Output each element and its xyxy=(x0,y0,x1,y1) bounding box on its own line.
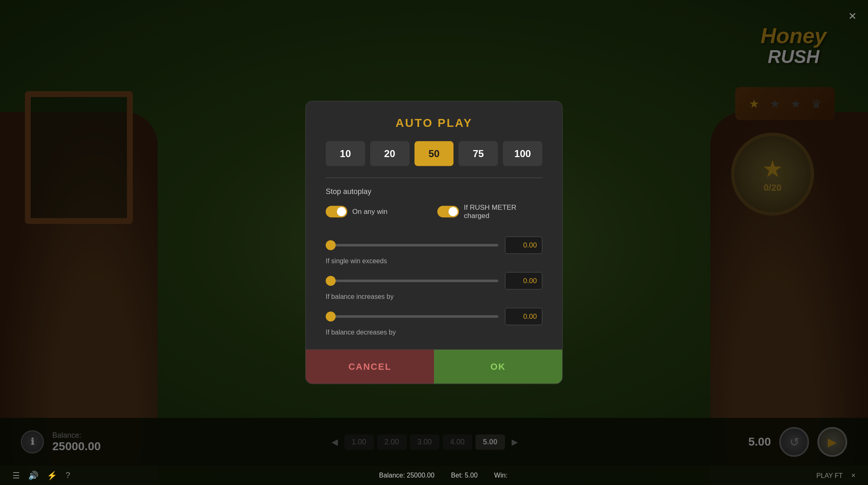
modal-footer: CANCEL OK xyxy=(306,349,562,384)
close-button[interactable]: × xyxy=(848,8,856,24)
toggle-any-win-label: On any win xyxy=(352,208,388,216)
toggle-row: On any win If RUSH METER charged xyxy=(326,204,542,220)
play-ft-label: PLAY FT xyxy=(817,472,843,479)
slider-2-track xyxy=(326,280,498,282)
autoplay-modal: AUTO PLAY 10 20 50 75 100 Stop autoplay … xyxy=(305,101,563,384)
status-center: Balance: 25000.00 Bet: 5.00 Win: xyxy=(379,472,508,479)
spin-btn-10[interactable]: 10 xyxy=(326,141,365,166)
slider-3-label: If balance decreases by xyxy=(326,329,542,336)
spin-count-buttons: 10 20 50 75 100 xyxy=(326,141,542,166)
modal-body: AUTO PLAY 10 20 50 75 100 Stop autoplay … xyxy=(306,102,562,336)
spin-btn-100[interactable]: 100 xyxy=(503,141,542,166)
slider-1-track-wrap xyxy=(326,244,498,247)
sound-icon[interactable]: 🔊 xyxy=(28,470,39,480)
status-bet: Bet: 5.00 xyxy=(451,472,478,479)
slider-2-value: 0.00 xyxy=(505,272,542,290)
slider-1-track xyxy=(326,244,498,247)
slider-1-label: If single win exceeds xyxy=(326,257,542,265)
help-icon[interactable]: ? xyxy=(66,470,70,480)
bolt-icon[interactable]: ⚡ xyxy=(47,470,57,480)
toggle-rush-meter[interactable] xyxy=(437,206,459,218)
divider-1 xyxy=(326,178,542,178)
modal-title: AUTO PLAY xyxy=(326,116,542,130)
status-win: Win: xyxy=(494,472,507,479)
toggle-group-rush-meter: If RUSH METER charged xyxy=(437,204,542,220)
status-close-icon[interactable]: × xyxy=(851,471,856,480)
slider-1-thumb[interactable] xyxy=(326,240,336,250)
ok-button[interactable]: OK xyxy=(434,350,562,384)
status-left-icons: ☰ 🔊 ⚡ ? xyxy=(12,470,70,480)
status-bar: ☰ 🔊 ⚡ ? Balance: 25000.00 Bet: 5.00 Win:… xyxy=(0,466,868,485)
slider-3-value: 0.00 xyxy=(505,308,542,325)
spin-btn-75[interactable]: 75 xyxy=(458,141,498,166)
status-balance: Balance: 25000.00 xyxy=(379,472,434,479)
slider-row-3: 0.00 xyxy=(326,308,542,325)
stop-autoplay-label: Stop autoplay xyxy=(326,187,542,196)
slider-row-1: 0.00 xyxy=(326,237,542,254)
slider-row-2: 0.00 xyxy=(326,272,542,290)
cancel-button[interactable]: CANCEL xyxy=(306,350,434,384)
slider-1-value: 0.00 xyxy=(505,237,542,254)
slider-2-track-wrap xyxy=(326,280,498,282)
spin-btn-50[interactable]: 50 xyxy=(414,141,454,166)
slider-3-thumb[interactable] xyxy=(326,312,336,322)
spin-btn-20[interactable]: 20 xyxy=(370,141,410,166)
toggle-group-any-win: On any win xyxy=(326,206,431,218)
slider-3-track-wrap xyxy=(326,315,498,318)
status-right: PLAY FT × xyxy=(817,471,856,480)
menu-icon[interactable]: ☰ xyxy=(12,470,20,480)
toggle-rush-meter-label: If RUSH METER charged xyxy=(464,204,542,220)
toggle-on-any-win[interactable] xyxy=(326,206,347,218)
sliders-section: 0.00 If single win exceeds 0.00 If balan… xyxy=(326,237,542,336)
slider-3-track xyxy=(326,315,498,318)
slider-2-label: If balance increases by xyxy=(326,293,542,301)
slider-2-thumb[interactable] xyxy=(326,276,336,286)
